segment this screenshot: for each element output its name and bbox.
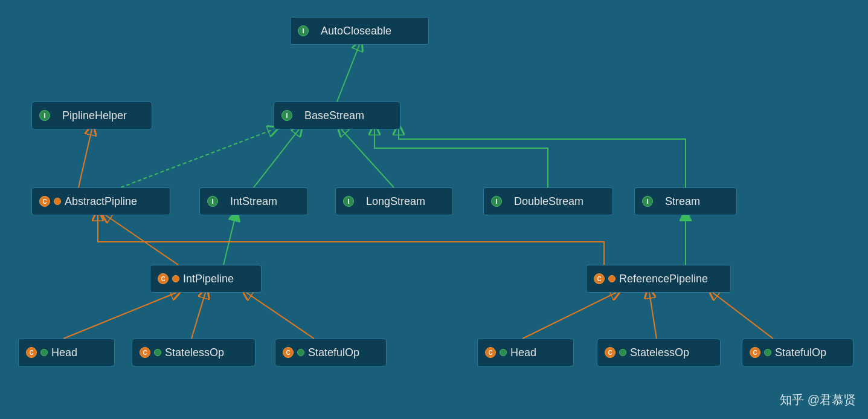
icon-interface-autocloseable: I xyxy=(298,25,309,36)
node-basestream: I BaseStream xyxy=(274,102,400,129)
label-doublestream: DoubleStream xyxy=(514,195,583,208)
node-int-head: C Head xyxy=(18,339,115,366)
icon-class-inthead: C xyxy=(26,347,37,358)
icon-class-refstatefulop: C xyxy=(750,347,760,358)
icon-dot-refstatelessop xyxy=(619,349,626,356)
icon-class-refstatelessop: C xyxy=(605,347,616,358)
icon-dot-abstractpipline xyxy=(54,198,61,205)
label-autocloseable: AutoCloseable xyxy=(321,25,391,37)
label-stream: Stream xyxy=(665,195,700,208)
svg-line-8 xyxy=(63,293,176,339)
icon-interface-intstream: I xyxy=(207,196,218,207)
svg-line-12 xyxy=(649,293,657,339)
icon-dot-intstatefulop xyxy=(297,349,304,356)
node-referencepipeline: C ReferencePipeline xyxy=(586,265,731,293)
node-longstream: I LongStream xyxy=(335,187,453,215)
icon-interface-doublestream: I xyxy=(491,196,502,207)
icon-dot-intpipeline xyxy=(172,275,179,282)
icon-class-referencepipeline: C xyxy=(594,273,605,284)
label-basestream: BaseStream xyxy=(304,109,364,122)
svg-line-4 xyxy=(341,129,394,187)
svg-line-5 xyxy=(106,215,178,265)
icon-class-abstractpipline: C xyxy=(39,196,50,207)
label-refstatelessop: StatelessOp xyxy=(630,346,689,359)
icon-class-refhead: C xyxy=(485,347,496,358)
node-doublestream: I DoubleStream xyxy=(483,187,613,215)
label-inthead: Head xyxy=(51,346,77,359)
label-longstream: LongStream xyxy=(366,195,425,208)
icon-class-intstatelessop: C xyxy=(140,347,150,358)
node-ref-statefulop: C StatefulOp xyxy=(742,339,854,366)
label-abstractpipline: AbstractPipline xyxy=(65,195,137,208)
icon-dot-referencepipeline xyxy=(608,275,616,282)
node-ref-head: C Head xyxy=(477,339,574,366)
node-piplinehelper: I PiplineHelper xyxy=(31,102,152,129)
node-autocloseable: I AutoCloseable xyxy=(290,17,429,45)
svg-line-1 xyxy=(79,129,92,187)
label-intstream: IntStream xyxy=(230,195,277,208)
icon-interface-longstream: I xyxy=(343,196,354,207)
label-piplinehelper: PiplineHelper xyxy=(62,109,127,122)
icon-dot-inthead xyxy=(40,349,48,356)
icon-dot-refhead xyxy=(500,349,507,356)
svg-line-0 xyxy=(337,45,359,102)
node-int-statefulop: C StatefulOp xyxy=(275,339,387,366)
icon-interface-piplinehelper: I xyxy=(39,110,50,121)
icon-interface-stream: I xyxy=(642,196,653,207)
label-intpipeline: IntPipeline xyxy=(183,273,234,285)
svg-line-10 xyxy=(246,293,314,339)
node-abstractpipline: C AbstractPipline xyxy=(31,187,170,215)
icon-interface-basestream: I xyxy=(281,110,292,121)
node-stream: I Stream xyxy=(634,187,737,215)
label-intstatefulop: StatefulOp xyxy=(308,346,359,359)
node-intstream: I IntStream xyxy=(199,187,308,215)
diagram: I AutoCloseable I BaseStream I PiplineHe… xyxy=(0,0,868,419)
svg-line-3 xyxy=(254,129,299,187)
svg-line-13 xyxy=(713,293,773,339)
node-int-statelessop: C StatelessOp xyxy=(132,339,256,366)
node-ref-statelessop: C StatelessOp xyxy=(597,339,721,366)
svg-line-9 xyxy=(191,293,205,339)
node-intpipeline: C IntPipeline xyxy=(150,265,262,293)
icon-dot-intstatelessop xyxy=(154,349,161,356)
icon-dot-refstatefulop xyxy=(764,349,771,356)
watermark: 知乎 @君慕贤 xyxy=(780,392,856,408)
label-refhead: Head xyxy=(510,346,536,359)
svg-line-2 xyxy=(121,129,274,187)
label-referencepipeline: ReferencePipeline xyxy=(619,273,708,285)
svg-line-6 xyxy=(223,215,236,265)
icon-class-intpipeline: C xyxy=(158,273,169,284)
label-intstatelessop: StatelessOp xyxy=(165,346,224,359)
svg-line-11 xyxy=(522,293,616,339)
label-refstatefulop: StatefulOp xyxy=(775,346,826,359)
icon-class-intstatefulop: C xyxy=(283,347,294,358)
